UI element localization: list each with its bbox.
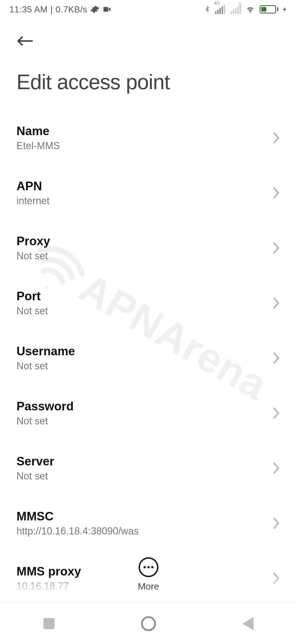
setting-value: Not set — [16, 415, 74, 427]
chevron-right-icon — [272, 462, 280, 475]
more-button[interactable] — [139, 557, 158, 577]
status-bar: 11:35 AM | 0.7KB/s 4G × — [0, 0, 297, 19]
setting-label: Name — [16, 124, 60, 138]
navigation-bar — [0, 603, 297, 644]
setting-value: Not set — [16, 360, 75, 372]
setting-label: APN — [16, 179, 50, 193]
gear-icon — [90, 5, 100, 14]
signal-1-icon: 4G — [215, 5, 225, 14]
nav-home-button[interactable] — [141, 616, 156, 631]
setting-item-port[interactable]: Port Not set — [16, 275, 280, 331]
wifi-status-icon — [245, 5, 256, 14]
setting-item-proxy[interactable]: Proxy Not set — [16, 220, 280, 275]
chevron-right-icon — [272, 296, 280, 310]
charging-icon — [282, 5, 288, 13]
setting-item-username[interactable]: Username Not set — [16, 331, 280, 386]
signal-2-icon: × — [231, 5, 241, 14]
setting-item-mmsc[interactable]: MMSC http://10.16.18.4:38090/was — [16, 496, 280, 551]
back-button[interactable] — [16, 32, 34, 50]
camera-icon — [102, 5, 112, 14]
nav-back-button[interactable] — [243, 617, 254, 630]
nav-recent-button[interactable] — [43, 618, 54, 629]
setting-label: Password — [16, 399, 74, 413]
setting-label: MMSC — [16, 509, 139, 523]
apn-settings-list: Name Etel-MMS APN internet Proxy Not set… — [0, 99, 297, 595]
chevron-right-icon — [272, 517, 280, 530]
setting-label: Proxy — [16, 234, 50, 248]
setting-item-server[interactable]: Server Not set — [16, 441, 280, 496]
chevron-right-icon — [272, 241, 280, 255]
chevron-right-icon — [272, 186, 280, 200]
status-sep: | — [50, 4, 53, 15]
setting-value: http://10.16.18.4:38090/was — [16, 525, 139, 537]
setting-value: Etel-MMS — [16, 140, 60, 152]
setting-value: internet — [16, 195, 50, 207]
more-label: More — [138, 581, 159, 592]
signal-4g-label: 4G — [214, 1, 220, 6]
chevron-right-icon — [272, 406, 280, 420]
setting-label: Username — [16, 344, 75, 358]
setting-item-password[interactable]: Password Not set — [16, 386, 280, 441]
battery-fill: 38 — [261, 7, 266, 12]
setting-item-name[interactable]: Name Etel-MMS — [16, 110, 280, 165]
setting-value: Not set — [16, 305, 48, 317]
page-title: Edit access point — [16, 70, 280, 94]
chevron-right-icon — [272, 131, 280, 144]
bluetooth-icon — [203, 5, 211, 14]
setting-value: Not set — [16, 250, 50, 262]
setting-label: Server — [16, 454, 54, 468]
status-time: 11:35 AM — [9, 4, 48, 15]
chevron-right-icon — [272, 351, 280, 365]
battery-icon: 38 — [260, 5, 278, 13]
status-netspeed: 0.7KB/s — [56, 4, 87, 15]
setting-item-apn[interactable]: APN internet — [16, 165, 280, 220]
setting-value: Not set — [16, 470, 54, 482]
setting-label: Port — [16, 289, 48, 303]
battery-percent: 38 — [261, 7, 266, 12]
